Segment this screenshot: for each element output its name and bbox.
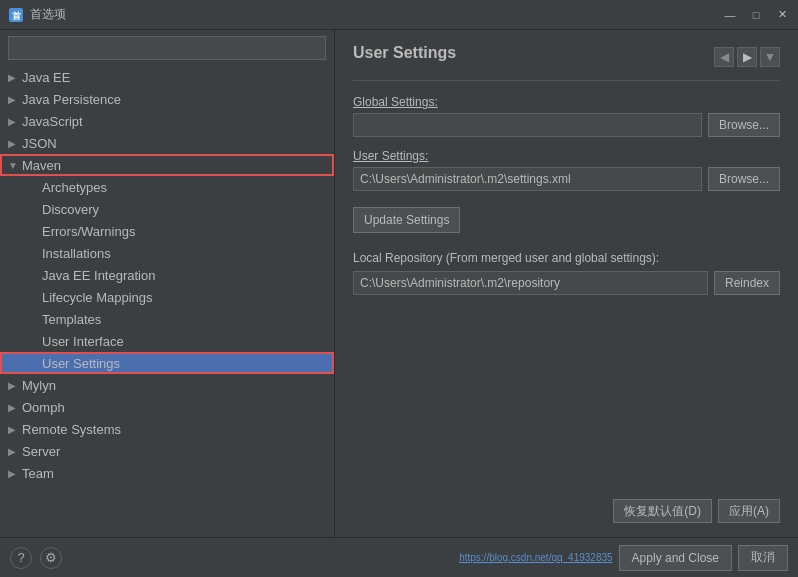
- tree-label-json: JSON: [22, 136, 334, 151]
- update-settings-row: Update Settings: [353, 203, 780, 233]
- tree-label-server: Server: [22, 444, 334, 459]
- maximize-button[interactable]: □: [748, 7, 764, 23]
- tree-label-errors-warnings: Errors/Warnings: [42, 224, 334, 239]
- nav-forward-button[interactable]: ▶: [737, 47, 757, 67]
- main-container: ▶Java EE▶Java Persistence▶JavaScript▶JSO…: [0, 30, 798, 537]
- local-repo-input[interactable]: [353, 271, 708, 295]
- window-controls: — □ ✕: [722, 7, 790, 23]
- left-panel: ▶Java EE▶Java Persistence▶JavaScript▶JSO…: [0, 30, 335, 537]
- help-link[interactable]: https://blog.csdn.net/qq_41932835: [459, 552, 612, 563]
- tree-item-user-interface[interactable]: User Interface: [0, 330, 334, 352]
- tree-item-oomph[interactable]: ▶Oomph: [0, 396, 334, 418]
- tree-container[interactable]: ▶Java EE▶Java Persistence▶JavaScript▶JSO…: [0, 66, 334, 537]
- tree-item-java-ee-integration[interactable]: Java EE Integration: [0, 264, 334, 286]
- tree-item-user-settings[interactable]: User Settings: [0, 352, 334, 374]
- app-icon: 首: [8, 7, 24, 23]
- tree-label-java-ee: Java EE: [22, 70, 334, 85]
- browse-global-button[interactable]: Browse...: [708, 113, 780, 137]
- local-repo-label: Local Repository (From merged user and g…: [353, 251, 780, 265]
- tree-item-maven[interactable]: ▼Maven: [0, 154, 334, 176]
- search-input[interactable]: [8, 36, 326, 60]
- tree-item-installations[interactable]: Installations: [0, 242, 334, 264]
- tree-label-java-persistence: Java Persistence: [22, 92, 334, 107]
- tree-label-team: Team: [22, 466, 334, 481]
- tree-item-java-persistence[interactable]: ▶Java Persistence: [0, 88, 334, 110]
- local-repo-row: Reindex: [353, 271, 780, 295]
- tree-arrow-maven: ▼: [8, 160, 22, 171]
- tree-label-oomph: Oomph: [22, 400, 334, 415]
- window-title: 首选项: [30, 6, 722, 23]
- global-settings-label: Global Settings:: [353, 95, 780, 109]
- tree-item-mylyn[interactable]: ▶Mylyn: [0, 374, 334, 396]
- settings-icon[interactable]: ⚙: [40, 547, 62, 569]
- tree-item-archetypes[interactable]: Archetypes: [0, 176, 334, 198]
- tree-item-java-ee[interactable]: ▶Java EE: [0, 66, 334, 88]
- search-box[interactable]: [8, 36, 326, 60]
- reindex-button[interactable]: Reindex: [714, 271, 780, 295]
- tree-item-team[interactable]: ▶Team: [0, 462, 334, 484]
- user-settings-group: User Settings: Browse...: [353, 149, 780, 191]
- title-bar: 首 首选项 — □ ✕: [0, 0, 798, 30]
- tree-arrow-remote-systems: ▶: [8, 424, 22, 435]
- tree-arrow-team: ▶: [8, 468, 22, 479]
- right-panel: User Settings ◀ ▶ ▼ Global Settings: Bro…: [335, 30, 798, 537]
- tree-label-javascript: JavaScript: [22, 114, 334, 129]
- tree-arrow-java-persistence: ▶: [8, 94, 22, 105]
- tree-item-remote-systems[interactable]: ▶Remote Systems: [0, 418, 334, 440]
- tree-label-discovery: Discovery: [42, 202, 334, 217]
- tree-item-lifecycle-mappings[interactable]: Lifecycle Mappings: [0, 286, 334, 308]
- global-settings-input[interactable]: [353, 113, 702, 137]
- browse-user-button[interactable]: Browse...: [708, 167, 780, 191]
- nav-down-button[interactable]: ▼: [760, 47, 780, 67]
- user-settings-input[interactable]: [353, 167, 702, 191]
- tree-arrow-java-ee: ▶: [8, 72, 22, 83]
- bottom-bar: ? ⚙ https://blog.csdn.net/qq_41932835 Ap…: [0, 537, 798, 577]
- tree-item-json[interactable]: ▶JSON: [0, 132, 334, 154]
- tree-arrow-mylyn: ▶: [8, 380, 22, 391]
- tree-arrow-json: ▶: [8, 138, 22, 149]
- tree-item-discovery[interactable]: Discovery: [0, 198, 334, 220]
- tree-item-templates[interactable]: Templates: [0, 308, 334, 330]
- help-icon[interactable]: ?: [10, 547, 32, 569]
- global-settings-group: Global Settings: Browse...: [353, 95, 780, 137]
- tree-arrow-javascript: ▶: [8, 116, 22, 127]
- tree-label-user-interface: User Interface: [42, 334, 334, 349]
- tree-label-mylyn: Mylyn: [22, 378, 334, 393]
- tree-label-maven: Maven: [22, 158, 334, 173]
- tree-label-lifecycle-mappings: Lifecycle Mappings: [42, 290, 334, 305]
- close-button[interactable]: ✕: [774, 7, 790, 23]
- bottom-left: ? ⚙: [10, 547, 62, 569]
- cancel-button[interactable]: 取消: [738, 545, 788, 571]
- tree-item-server[interactable]: ▶Server: [0, 440, 334, 462]
- tree-label-user-settings: User Settings: [42, 356, 334, 371]
- tree-label-remote-systems: Remote Systems: [22, 422, 334, 437]
- bottom-right: https://blog.csdn.net/qq_41932835 Apply …: [459, 545, 788, 571]
- right-bottom-buttons: 恢复默认值(D) 应用(A): [353, 499, 780, 523]
- tree-label-java-ee-integration: Java EE Integration: [42, 268, 334, 283]
- update-settings-button[interactable]: Update Settings: [353, 207, 460, 233]
- restore-default-button[interactable]: 恢复默认值(D): [613, 499, 712, 523]
- panel-title: User Settings: [353, 44, 714, 70]
- tree-arrow-server: ▶: [8, 446, 22, 457]
- tree-label-templates: Templates: [42, 312, 334, 327]
- svg-text:首: 首: [12, 11, 22, 21]
- user-settings-row: Browse...: [353, 167, 780, 191]
- minimize-button[interactable]: —: [722, 7, 738, 23]
- nav-back-button[interactable]: ◀: [714, 47, 734, 67]
- tree-arrow-oomph: ▶: [8, 402, 22, 413]
- global-settings-row: Browse...: [353, 113, 780, 137]
- tree-item-errors-warnings[interactable]: Errors/Warnings: [0, 220, 334, 242]
- tree-label-archetypes: Archetypes: [42, 180, 334, 195]
- tree-item-javascript[interactable]: ▶JavaScript: [0, 110, 334, 132]
- apply-button[interactable]: 应用(A): [718, 499, 780, 523]
- tree-label-installations: Installations: [42, 246, 334, 261]
- user-settings-label: User Settings:: [353, 149, 780, 163]
- apply-close-button[interactable]: Apply and Close: [619, 545, 732, 571]
